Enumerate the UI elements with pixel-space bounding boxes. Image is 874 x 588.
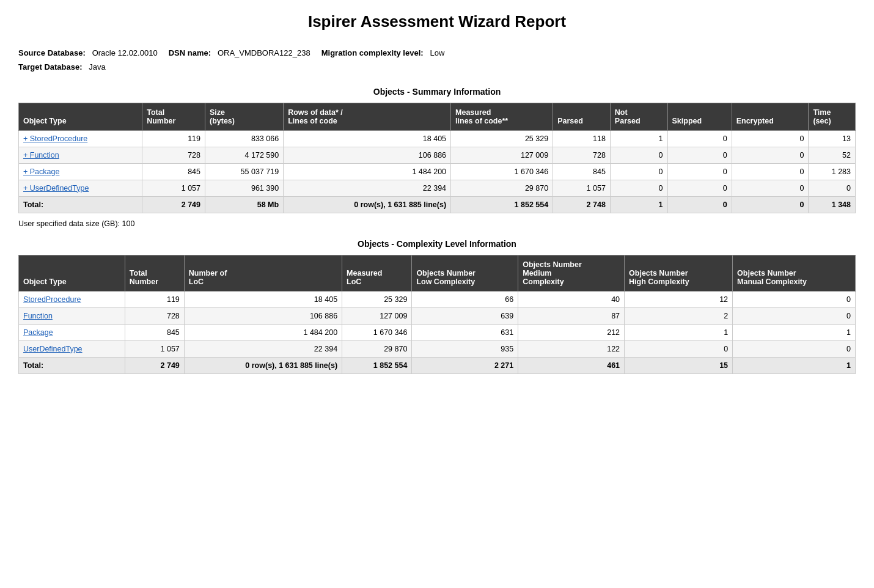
summary-cell-parsed: 728 bbox=[553, 147, 611, 163]
summary-col-notparsed: NotParsed bbox=[610, 103, 667, 130]
summary-table-row: + StoredProcedure119833 06618 40525 3291… bbox=[19, 130, 856, 147]
complexity-cell-low: 631 bbox=[412, 324, 518, 340]
page-title: Ispirer Assessment Wizard Report bbox=[18, 12, 856, 31]
migration-value: Low bbox=[430, 48, 444, 57]
complexity-table-row: UserDefinedType1 05722 39429 87093512200 bbox=[19, 340, 856, 357]
complexity-cell-measured: 29 870 bbox=[342, 340, 412, 357]
summary-cell-not_parsed: 0 bbox=[610, 163, 667, 180]
summary-total-row: Total:2 74958 Mb0 row(s), 1 631 885 line… bbox=[19, 196, 856, 213]
complexity-cell-manual: 1 bbox=[733, 324, 856, 340]
summary-cell-not_parsed: 1 bbox=[610, 130, 667, 147]
summary-col-size: Size(bytes) bbox=[205, 103, 284, 130]
summary-table-row: + Function7284 172 590106 886127 0097280… bbox=[19, 147, 856, 163]
summary-col-skipped: Skipped bbox=[667, 103, 732, 130]
complexity-total-cell-medium: 461 bbox=[518, 357, 625, 373]
complexity-cell-loc: 1 484 200 bbox=[184, 324, 342, 340]
summary-total-cell-size: 58 Mb bbox=[205, 196, 284, 213]
summary-cell-time: 0 bbox=[809, 180, 856, 196]
comp-col-manual: Objects NumberManual Complexity bbox=[733, 255, 856, 291]
summary-cell-encrypted: 0 bbox=[732, 163, 809, 180]
summary-type-link[interactable]: + Function bbox=[23, 151, 59, 160]
complexity-total-cell-label: Total: bbox=[19, 357, 125, 373]
summary-cell-total: 728 bbox=[142, 147, 205, 163]
complexity-cell-low: 935 bbox=[412, 340, 518, 357]
summary-cell-encrypted: 0 bbox=[732, 130, 809, 147]
summary-col-type: Object Type bbox=[19, 103, 142, 130]
complexity-cell-measured: 25 329 bbox=[342, 291, 412, 307]
summary-cell-size: 833 066 bbox=[205, 130, 284, 147]
complexity-cell-medium: 40 bbox=[518, 291, 625, 307]
complexity-cell-high: 2 bbox=[625, 307, 733, 324]
summary-cell-not_parsed: 0 bbox=[610, 147, 667, 163]
summary-cell-measured: 1 670 346 bbox=[451, 163, 553, 180]
source-value: Oracle 12.02.0010 bbox=[92, 48, 158, 57]
summary-col-measured: Measuredlines of code** bbox=[451, 103, 553, 130]
target-value: Java bbox=[89, 62, 105, 72]
summary-table: Object Type TotalNumber Size(bytes) Rows… bbox=[18, 103, 856, 213]
complexity-total-row: Total:2 7490 row(s), 1 631 885 line(s)1 … bbox=[19, 357, 856, 373]
summary-cell-total: 845 bbox=[142, 163, 205, 180]
complexity-cell-loc: 22 394 bbox=[184, 340, 342, 357]
summary-type-link[interactable]: + StoredProcedure bbox=[23, 134, 87, 143]
complexity-type-link[interactable]: UserDefinedType bbox=[23, 345, 83, 353]
comp-col-total: TotalNumber bbox=[125, 255, 184, 291]
summary-cell-rows_loc: 1 484 200 bbox=[284, 163, 451, 180]
complexity-cell-manual: 0 bbox=[733, 340, 856, 357]
complexity-cell-manual: 0 bbox=[733, 307, 856, 324]
summary-cell-time: 1 283 bbox=[809, 163, 856, 180]
summary-total-cell-skipped: 0 bbox=[667, 196, 732, 213]
complexity-total-cell-loc: 0 row(s), 1 631 885 line(s) bbox=[184, 357, 342, 373]
summary-type-cell: + StoredProcedure bbox=[19, 130, 142, 147]
target-label: Target Database: bbox=[18, 62, 83, 72]
complexity-cell-total: 119 bbox=[125, 291, 184, 307]
complexity-total-cell-total: 2 749 bbox=[125, 357, 184, 373]
summary-total-cell-measured: 1 852 554 bbox=[451, 196, 553, 213]
complexity-table-row: Package8451 484 2001 670 34663121211 bbox=[19, 324, 856, 340]
summary-section-title: Objects - Summary Information bbox=[18, 87, 856, 97]
summary-col-encrypted: Encrypted bbox=[732, 103, 809, 130]
complexity-section-title: Objects - Complexity Level Information bbox=[18, 239, 856, 249]
summary-total-cell-not_parsed: 1 bbox=[610, 196, 667, 213]
complexity-cell-low: 639 bbox=[412, 307, 518, 324]
complexity-type-cell: UserDefinedType bbox=[19, 340, 125, 357]
complexity-type-link[interactable]: StoredProcedure bbox=[23, 295, 81, 304]
complexity-type-link[interactable]: Package bbox=[23, 328, 53, 337]
complexity-cell-loc: 106 886 bbox=[184, 307, 342, 324]
summary-cell-size: 55 037 719 bbox=[205, 163, 284, 180]
complexity-table-row: StoredProcedure11918 40525 3296640120 bbox=[19, 291, 856, 307]
complexity-cell-low: 66 bbox=[412, 291, 518, 307]
summary-cell-size: 4 172 590 bbox=[205, 147, 284, 163]
summary-cell-rows_loc: 22 394 bbox=[284, 180, 451, 196]
summary-type-cell: + Function bbox=[19, 147, 142, 163]
dsn-label: DSN name: bbox=[169, 48, 211, 57]
summary-cell-parsed: 1 057 bbox=[553, 180, 611, 196]
complexity-cell-total: 728 bbox=[125, 307, 184, 324]
summary-type-link[interactable]: + Package bbox=[23, 167, 59, 176]
summary-table-row: + Package84555 037 7191 484 2001 670 346… bbox=[19, 163, 856, 180]
complexity-total-cell-measured: 1 852 554 bbox=[342, 357, 412, 373]
complexity-cell-measured: 127 009 bbox=[342, 307, 412, 324]
source-label: Source Database: bbox=[18, 48, 86, 57]
summary-table-row: + UserDefinedType1 057961 39022 39429 87… bbox=[19, 180, 856, 196]
summary-type-link[interactable]: + UserDefinedType bbox=[23, 184, 89, 193]
summary-col-rows: Rows of data* /Lines of code bbox=[284, 103, 451, 130]
summary-total-cell-time: 1 348 bbox=[809, 196, 856, 213]
summary-col-parsed: Parsed bbox=[553, 103, 611, 130]
summary-cell-time: 13 bbox=[809, 130, 856, 147]
summary-total-cell-parsed: 2 748 bbox=[553, 196, 611, 213]
complexity-cell-medium: 212 bbox=[518, 324, 625, 340]
comp-col-high: Objects NumberHigh Complexity bbox=[625, 255, 733, 291]
complexity-type-link[interactable]: Function bbox=[23, 312, 53, 320]
meta-info: Source Database: Oracle 12.02.0010 DSN n… bbox=[18, 46, 856, 75]
complexity-cell-high: 1 bbox=[625, 324, 733, 340]
comp-col-loc: Number ofLoC bbox=[184, 255, 342, 291]
complexity-total-cell-low: 2 271 bbox=[412, 357, 518, 373]
summary-cell-total: 1 057 bbox=[142, 180, 205, 196]
summary-cell-measured: 29 870 bbox=[451, 180, 553, 196]
summary-cell-total: 119 bbox=[142, 130, 205, 147]
summary-cell-size: 961 390 bbox=[205, 180, 284, 196]
summary-cell-parsed: 118 bbox=[553, 130, 611, 147]
dsn-value: ORA_VMDBORA122_238 bbox=[218, 48, 310, 57]
comp-col-low: Objects NumberLow Complexity bbox=[412, 255, 518, 291]
complexity-total-cell-manual: 1 bbox=[733, 357, 856, 373]
